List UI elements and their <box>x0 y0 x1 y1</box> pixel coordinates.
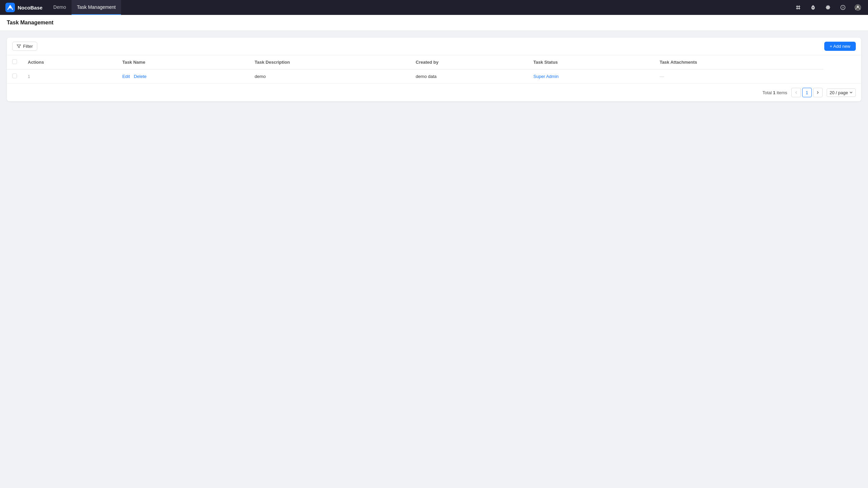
user-avatar[interactable] <box>853 3 863 12</box>
col-task-attachments: Task Attachments <box>654 55 823 69</box>
data-table: Actions Task Name Task Description Creat… <box>7 55 861 83</box>
items-label: items <box>777 90 787 95</box>
row-checkbox[interactable] <box>12 74 17 78</box>
toolbar: Filter + Add new <box>7 38 861 55</box>
select-all-checkbox[interactable] <box>12 59 17 64</box>
pagination-nav: 1 <box>791 88 823 97</box>
created-by-value[interactable]: Super Admin <box>533 74 558 79</box>
svg-point-5 <box>857 6 859 8</box>
svg-point-1 <box>9 6 11 8</box>
task-status-value: — <box>659 74 664 79</box>
toolbar-left: Filter <box>12 42 37 51</box>
filter-label: Filter <box>23 44 33 49</box>
per-page-label: 20 / page <box>830 90 848 95</box>
logo-text: NocoBase <box>18 5 42 11</box>
page-1-button[interactable]: 1 <box>802 88 812 97</box>
task-attachments-cell <box>823 69 861 84</box>
chevron-left-icon <box>794 91 798 94</box>
edit-link[interactable]: Edit <box>122 74 130 79</box>
navbar-left: NocoBase Demo Task Management <box>5 0 121 15</box>
rocket-icon[interactable] <box>808 3 818 12</box>
chevron-down-icon <box>849 91 853 94</box>
table-body: 1 Edit Delete demo demo data Super Admin… <box>7 69 861 84</box>
total-label: Total <box>763 90 772 95</box>
settings-icon[interactable] <box>823 3 833 12</box>
delete-link[interactable]: Delete <box>134 74 147 79</box>
table-row: 1 Edit Delete demo demo data Super Admin… <box>7 69 861 84</box>
table-header: Actions Task Name Task Description Creat… <box>7 55 861 69</box>
task-name-cell: demo <box>249 69 410 84</box>
pagination-bar: Total 1 items 1 20 / page <box>7 83 861 101</box>
page-header: Task Management <box>0 15 868 31</box>
nav-tab-demo[interactable]: Demo <box>48 0 71 15</box>
created-by-cell: Super Admin <box>528 69 654 84</box>
add-new-button[interactable]: + Add new <box>824 42 856 51</box>
page-title: Task Management <box>7 20 861 26</box>
total-count: 1 <box>773 90 775 95</box>
prev-page-button[interactable] <box>791 88 801 97</box>
actions-cell: Edit Delete <box>117 69 249 84</box>
row-number-cell: 1 <box>22 69 117 84</box>
row-checkbox-cell <box>7 69 22 84</box>
add-new-label: + Add new <box>830 44 850 49</box>
next-page-button[interactable] <box>813 88 823 97</box>
navbar-right: ? <box>793 3 863 12</box>
col-task-description: Task Description <box>249 55 410 69</box>
col-task-name: Task Name <box>117 55 249 69</box>
table-container: Filter + Add new Actions Task Name <box>7 38 861 101</box>
plugin-icon[interactable] <box>793 3 803 12</box>
per-page-selector[interactable]: 20 / page <box>827 88 856 97</box>
col-created-by: Created by <box>410 55 528 69</box>
select-all-col <box>7 55 22 69</box>
app-logo[interactable]: NocoBase <box>5 3 45 12</box>
main-content: Filter + Add new Actions Task Name <box>0 31 868 108</box>
task-status-cell: — <box>654 69 823 84</box>
filter-button[interactable]: Filter <box>12 42 37 51</box>
chevron-right-icon <box>816 91 820 94</box>
navbar: NocoBase Demo Task Management <box>0 0 868 15</box>
total-items-text: Total 1 items <box>763 90 787 95</box>
col-actions: Actions <box>22 55 117 69</box>
svg-text:?: ? <box>842 6 844 9</box>
task-description-cell: demo data <box>410 69 528 84</box>
filter-icon <box>17 44 21 48</box>
row-number: 1 <box>28 74 30 79</box>
help-icon[interactable]: ? <box>838 3 848 12</box>
nav-tab-task-management[interactable]: Task Management <box>72 0 121 15</box>
col-task-status: Task Status <box>528 55 654 69</box>
